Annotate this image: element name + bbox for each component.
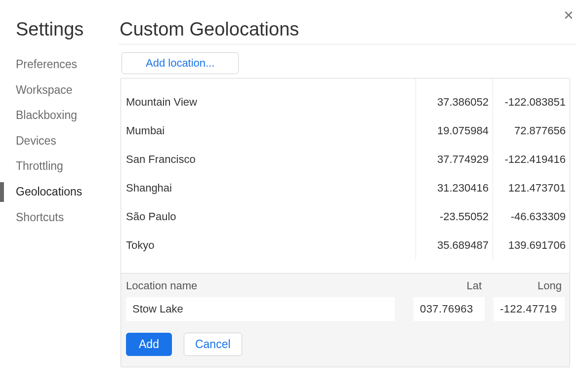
form-labels: Location name Lat Long <box>126 277 565 297</box>
table-row[interactable]: Mumbai19.07598472.877656 <box>121 117 570 145</box>
label-long: Long <box>491 279 565 292</box>
sidebar-item-geolocations[interactable]: Geolocations <box>14 179 119 205</box>
location-name-cell: São Paulo <box>121 210 415 223</box>
table-row[interactable]: Moscow55.75582637.6173 <box>121 78 570 88</box>
divider <box>119 44 576 44</box>
long-cell: -122.083851 <box>493 88 570 117</box>
sidebar-item-throttling[interactable]: Throttling <box>14 154 119 179</box>
long-cell: -46.633309 <box>493 202 570 231</box>
main-panel: ✕ Custom Geolocations Add location... Mo… <box>119 10 581 367</box>
lat-cell: 37.386052 <box>415 88 493 117</box>
cancel-button[interactable]: Cancel <box>184 333 242 356</box>
table-row[interactable]: Shanghai31.230416121.473701 <box>121 174 570 202</box>
lat-input[interactable] <box>414 297 485 321</box>
sidebar-item-shortcuts[interactable]: Shortcuts <box>14 205 119 231</box>
location-name-cell: Shanghai <box>121 182 415 195</box>
location-name-cell: Tokyo <box>121 239 415 252</box>
table-row[interactable]: San Francisco37.774929-122.419416 <box>121 145 570 174</box>
table-row[interactable]: São Paulo-23.55052-46.633309 <box>121 202 570 231</box>
lat-cell: 19.075984 <box>415 117 493 145</box>
sidebar-item-preferences[interactable]: Preferences <box>14 52 119 78</box>
long-cell: 37.6173 <box>493 78 570 88</box>
location-name-cell: Mumbai <box>121 124 415 137</box>
table-row[interactable]: Mountain View37.386052-122.083851 <box>121 88 570 117</box>
sidebar-item-devices[interactable]: Devices <box>14 128 119 154</box>
label-location-name: Location name <box>126 279 408 292</box>
location-name-input[interactable] <box>126 297 395 321</box>
sidebar-title: Settings <box>16 19 119 40</box>
lat-cell: 55.755826 <box>415 78 493 88</box>
lat-cell: -23.55052 <box>415 202 493 231</box>
label-lat: Lat <box>408 279 491 292</box>
sidebar-item-workspace[interactable]: Workspace <box>14 78 119 103</box>
location-name-cell: Mountain View <box>121 96 415 109</box>
lat-cell: 35.689487 <box>415 231 493 260</box>
long-cell: 121.473701 <box>493 174 570 202</box>
location-name-cell: Moscow <box>121 78 415 80</box>
location-name-cell: San Francisco <box>121 153 415 166</box>
locations-table: Moscow55.75582637.6173Mountain View37.38… <box>121 78 570 367</box>
add-location-button[interactable]: Add location... <box>122 52 239 74</box>
table-row[interactable]: Tokyo35.689487139.691706 <box>121 231 570 260</box>
sidebar-item-blackboxing[interactable]: Blackboxing <box>14 103 119 128</box>
long-cell: -122.419416 <box>493 145 570 174</box>
lat-cell: 31.230416 <box>415 174 493 202</box>
new-location-form: Location name Lat Long Add Cancel <box>121 273 570 367</box>
long-cell: 72.877656 <box>493 117 570 145</box>
close-icon[interactable]: ✕ <box>563 8 574 23</box>
add-button[interactable]: Add <box>126 333 172 356</box>
lat-cell: 37.774929 <box>415 145 493 174</box>
page-title: Custom Geolocations <box>120 19 576 40</box>
settings-sidebar: Settings PreferencesWorkspaceBlackboxing… <box>0 10 119 230</box>
long-input[interactable] <box>494 297 565 321</box>
long-cell: 139.691706 <box>493 231 570 260</box>
locations-rows: Moscow55.75582637.6173Mountain View37.38… <box>121 78 570 273</box>
